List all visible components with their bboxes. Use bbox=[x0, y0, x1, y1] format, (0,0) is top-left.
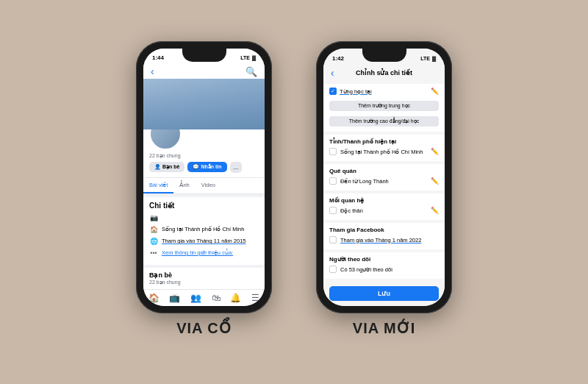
tab-anh[interactable]: Ảnh bbox=[173, 178, 195, 193]
tung-hoc-row: ✓ Từng học tại ✏️ bbox=[329, 88, 439, 95]
home-nav-icon[interactable]: 🏠 bbox=[148, 293, 159, 303]
section-tham-gia-fb: Tham gia Facebook Tham gia vào Tháng 1 n… bbox=[323, 223, 445, 249]
left-phone-section: 1:44 LTE ▓ ‹ 🔍 bbox=[136, 41, 272, 337]
tham-gia-text: Tham gia vào Tháng 1 năm 2022 bbox=[340, 237, 439, 243]
nhan-tin-button[interactable]: 💬 Nhắn tin bbox=[187, 162, 226, 172]
left-signal: LTE bbox=[240, 55, 250, 60]
doc-than-row: Độc thân ✏️ bbox=[329, 207, 439, 214]
cover-photo bbox=[143, 79, 265, 129]
left-nav-bar: ‹ 🔍 bbox=[143, 65, 265, 79]
message-icon: 💬 bbox=[193, 164, 199, 170]
left-phone-frame: 1:44 LTE ▓ ‹ 🔍 bbox=[136, 41, 272, 313]
more-button[interactable]: ... bbox=[230, 162, 243, 173]
bell-nav-icon[interactable]: 🔔 bbox=[230, 293, 241, 303]
back-button[interactable]: ‹ bbox=[331, 67, 334, 79]
menu-nav-icon[interactable]: ☰ bbox=[251, 293, 259, 303]
marketplace-nav-icon[interactable]: 🛍 bbox=[212, 293, 220, 303]
friends-nav-icon[interactable]: 👥 bbox=[190, 293, 201, 303]
section-hoc-van: ✓ Từng học tại ✏️ Thêm trường trung học … bbox=[323, 84, 445, 132]
left-notch bbox=[182, 49, 226, 62]
ban-be-section: Bạn bè 22 bạn chung bbox=[143, 268, 265, 289]
detail-item-home: 🏠 Sống tại Thành phố Hồ Chí Minh bbox=[149, 225, 259, 234]
tung-hoc-checkbox[interactable]: ✓ bbox=[329, 88, 337, 95]
section-moi-quan-he: Mối quan hệ Độc thân ✏️ bbox=[323, 193, 445, 220]
profile-area: 22 bạn chung 👤 Bạn bè 💬 Nhắn tin ... bbox=[143, 129, 265, 178]
tinh-tp-title: Tỉnh/Thành phố hiện tại bbox=[329, 138, 439, 145]
detail-item-more: ••• Xem thông tin giới thiệu của: bbox=[149, 249, 259, 257]
tham-gia-fb-title: Tham gia Facebook bbox=[329, 227, 439, 233]
song-tai-row: Sống tại Thành phố Hồ Chí Minh ✏️ bbox=[329, 148, 439, 155]
left-phone-screen: 1:44 LTE ▓ ‹ 🔍 bbox=[143, 49, 265, 306]
right-notch bbox=[362, 49, 406, 62]
section-que-quan: Quê quán Đến từ Long Thành ✏️ bbox=[323, 164, 445, 191]
mutual-friends: 22 bạn chung bbox=[149, 153, 259, 159]
home-icon: 🏠 bbox=[149, 225, 158, 234]
tham-gia-row: Tham gia vào Tháng 1 năm 2022 bbox=[329, 236, 439, 243]
tv-nav-icon[interactable]: 📺 bbox=[169, 293, 180, 303]
left-battery: ▓ bbox=[252, 55, 256, 60]
tham-gia-checkbox[interactable] bbox=[329, 236, 337, 243]
left-status-right: LTE ▓ bbox=[240, 55, 256, 60]
detail-item-ig: 📷 bbox=[149, 213, 259, 222]
den-tu-checkbox[interactable] bbox=[329, 177, 337, 185]
edit-icon-hoc[interactable]: ✏️ bbox=[431, 88, 439, 95]
join-text: Tham gia vào Tháng 11 năm 2015 bbox=[162, 238, 246, 244]
edit-icon-mqh[interactable]: ✏️ bbox=[431, 207, 439, 214]
right-time: 1:42 bbox=[332, 55, 344, 62]
que-quan-title: Quê quán bbox=[329, 168, 439, 174]
save-button[interactable]: Lưu bbox=[329, 286, 439, 301]
tab-bai-viet[interactable]: Bài viết bbox=[143, 178, 173, 193]
tab-video[interactable]: Video bbox=[196, 178, 221, 193]
ban-be-button[interactable]: 👤 Bạn bè bbox=[149, 162, 184, 172]
right-battery: ▓ bbox=[432, 56, 436, 61]
chi-tiet-section: Chi tiết 📷 🏠 Sống tại Thành phố Hồ Chí M… bbox=[143, 197, 265, 265]
doc-than-text: Độc thân bbox=[340, 207, 427, 214]
section-nguoi-theo-doi: Người theo dõi Có 53 người theo dõi bbox=[323, 252, 445, 279]
ellipsis-icon: ••• bbox=[149, 249, 158, 257]
right-status-right: LTE ▓ bbox=[420, 56, 436, 61]
left-label: VIA CỔ bbox=[176, 319, 232, 337]
edit-icon-que[interactable]: ✏️ bbox=[431, 177, 439, 185]
ban-be-title: Bạn bè bbox=[149, 271, 259, 279]
ban-be-sub: 22 bạn chung bbox=[149, 280, 259, 285]
right-phone-section: 1:42 LTE ▓ ‹ Chỉnh sửa chi tiết bbox=[316, 41, 452, 337]
phones-container: 1:44 LTE ▓ ‹ 🔍 bbox=[136, 41, 452, 337]
left-bottom-nav: 🏠 📺 👥 🛍 🔔 ☰ bbox=[143, 289, 265, 306]
right-nav-bar: ‹ Chỉnh sửa chi tiết bbox=[323, 65, 445, 81]
right-phone-frame: 1:42 LTE ▓ ‹ Chỉnh sửa chi tiết bbox=[316, 41, 452, 313]
edit-icon-tp[interactable]: ✏️ bbox=[431, 148, 439, 155]
add-cao-dang-button[interactable]: Thêm trường cao đẳng/đại học bbox=[329, 116, 439, 127]
right-phone-screen: 1:42 LTE ▓ ‹ Chỉnh sửa chi tiết bbox=[323, 49, 445, 306]
edit-title: Chỉnh sửa chi tiết bbox=[356, 69, 412, 77]
section-tinh-tp: Tỉnh/Thành phố hiện tại Sống tại Thành p… bbox=[323, 135, 445, 161]
theo-doi-checkbox[interactable] bbox=[329, 266, 337, 273]
song-tai-text: Sống tại Thành phố Hồ Chí Minh bbox=[340, 149, 427, 155]
den-tu-text: Đến từ Long Thành bbox=[340, 178, 427, 185]
song-tai-checkbox[interactable] bbox=[329, 148, 337, 155]
person-icon: 👤 bbox=[154, 164, 161, 170]
doc-than-checkbox[interactable] bbox=[329, 207, 337, 214]
home-text: Sống tại Thành phố Hồ Chí Minh bbox=[162, 226, 244, 232]
back-chevron-icon[interactable]: ‹ bbox=[151, 65, 154, 77]
add-trung-hoc-button[interactable]: Thêm trường trung học bbox=[329, 101, 439, 111]
left-time: 1:44 bbox=[152, 54, 164, 61]
theo-doi-row: Có 53 người theo dõi bbox=[329, 266, 439, 273]
detail-item-join: 🌐 Tham gia vào Tháng 11 năm 2015 bbox=[149, 237, 259, 246]
cover-blur bbox=[143, 79, 265, 129]
right-content: ✓ Từng học tại ✏️ Thêm trường trung học … bbox=[323, 81, 445, 306]
tung-hoc-text: Từng học tại bbox=[340, 88, 428, 95]
right-signal: LTE bbox=[420, 56, 430, 61]
globe-icon: 🌐 bbox=[149, 237, 158, 246]
right-label: VIA MỚI bbox=[353, 319, 415, 337]
chi-tiet-title: Chi tiết bbox=[149, 202, 259, 210]
nguoi-theo-doi-title: Người theo dõi bbox=[329, 256, 439, 263]
moi-quan-he-title: Mối quan hệ bbox=[329, 197, 439, 204]
profile-tabs: Bài viết Ảnh Video bbox=[143, 178, 265, 194]
theo-doi-text: Có 53 người theo dõi bbox=[340, 266, 439, 273]
more-text[interactable]: Xem thông tin giới thiệu của: bbox=[162, 249, 233, 256]
profile-buttons: 👤 Bạn bè 💬 Nhắn tin ... bbox=[149, 162, 259, 173]
search-icon[interactable]: 🔍 bbox=[245, 66, 257, 77]
den-tu-row: Đến từ Long Thành ✏️ bbox=[329, 177, 439, 185]
instagram-icon: 📷 bbox=[149, 213, 158, 222]
